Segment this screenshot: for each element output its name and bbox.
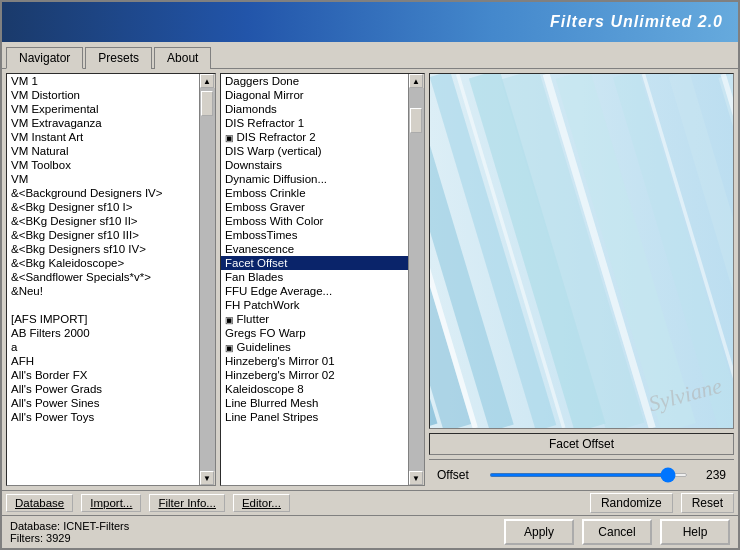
list-item[interactable]: Emboss Graver (221, 200, 408, 214)
middle-scroll-thumb[interactable] (410, 108, 422, 133)
list-item[interactable]: All's Power Toys (7, 410, 199, 424)
list-item[interactable]: Dynamic Diffusion... (221, 172, 408, 186)
list-item[interactable]: EmbossTimes (221, 228, 408, 242)
list-item[interactable]: &<Background Designers IV> (7, 186, 199, 200)
list-item[interactable]: &<Bkg Designer sf10 III> (7, 228, 199, 242)
status-bar: Database: ICNET-Filters Filters: 3929 Ap… (2, 515, 738, 548)
list-item[interactable]: a (7, 340, 199, 354)
list-item[interactable]: [AFS IMPORT] (7, 312, 199, 326)
list-item[interactable]: Evanescence (221, 242, 408, 256)
list-item[interactable]: FFU Edge Average... (221, 284, 408, 298)
list-item[interactable]: VM Toolbox (7, 158, 199, 172)
randomize-button[interactable]: Randomize (590, 493, 673, 513)
list-item[interactable]: Flutter (221, 312, 408, 326)
cancel-button[interactable]: Cancel (582, 519, 652, 545)
middle-scroll-up[interactable]: ▲ (409, 74, 423, 88)
list-item[interactable]: Hinzeberg's Mirror 02 (221, 368, 408, 382)
preview-svg (430, 74, 733, 428)
left-scroll-thumb[interactable] (201, 91, 213, 116)
list-item[interactable]: FH PatchWork (221, 298, 408, 312)
list-item-facet-offset[interactable]: Facet Offset (221, 256, 408, 270)
list-item[interactable]: All's Border FX (7, 368, 199, 382)
offset-slider[interactable] (489, 473, 688, 477)
tab-navigator[interactable]: Navigator (6, 47, 83, 69)
list-item[interactable]: &<Bkg Kaleidoscope> (7, 256, 199, 270)
title-bar: Filters Unlimited 2.0 (2, 2, 738, 42)
title-text: Filters Unlimited 2.0 (550, 13, 723, 31)
middle-scroll-track[interactable] (409, 88, 424, 471)
list-item[interactable]: VM Distortion (7, 88, 199, 102)
db-status: Database: ICNET-Filters (10, 520, 129, 532)
list-item[interactable]: VM Experimental (7, 102, 199, 116)
list-item[interactable]: Hinzeberg's Mirror 01 (221, 354, 408, 368)
reset-button[interactable]: Reset (681, 493, 734, 513)
list-item[interactable]: VM Instant Art (7, 130, 199, 144)
tab-presets[interactable]: Presets (85, 47, 152, 69)
list-item[interactable]: Guidelines (221, 340, 408, 354)
list-item[interactable]: Emboss With Color (221, 214, 408, 228)
list-item[interactable]: Fan Blades (221, 270, 408, 284)
middle-panel-list[interactable]: Daggers Done Diagonal Mirror Diamonds DI… (221, 74, 408, 485)
list-item[interactable]: AFH (7, 354, 199, 368)
database-button[interactable]: Database (6, 494, 73, 512)
list-item[interactable]: Diamonds (221, 102, 408, 116)
left-panel-list[interactable]: VM 1 VM Distortion VM Experimental VM Ex… (7, 74, 199, 485)
help-button[interactable]: Help (660, 519, 730, 545)
list-item[interactable]: &<Bkg Designer sf10 I> (7, 200, 199, 214)
status-info: Database: ICNET-Filters Filters: 3929 (10, 520, 129, 544)
offset-slider-container: 239 (489, 468, 726, 482)
action-buttons: Apply Cancel Help (504, 519, 730, 545)
main-content: VM 1 VM Distortion VM Experimental VM Ex… (2, 69, 738, 490)
list-item[interactable]: All's Power Grads (7, 382, 199, 396)
filter-name-box: Facet Offset (429, 433, 734, 455)
list-item[interactable]: Emboss Crinkle (221, 186, 408, 200)
tabs-bar: Navigator Presets About (2, 42, 738, 69)
filter-info-button[interactable]: Filter Info... (149, 494, 225, 512)
list-item[interactable]: VM Natural (7, 144, 199, 158)
left-scroll-track[interactable] (200, 88, 215, 471)
list-item[interactable]: All's Power Sines (7, 396, 199, 410)
list-item[interactable]: &<Sandflower Specials*v*> (7, 270, 199, 284)
list-item[interactable]: DIS Refractor 1 (221, 116, 408, 130)
list-item[interactable]: VM (7, 172, 199, 186)
list-item[interactable]: DIS Refractor 2 (221, 130, 408, 144)
offset-row: Offset 239 (429, 464, 734, 486)
bottom-toolbar: Database Import... Filter Info... Editor… (2, 490, 738, 515)
filters-status: Filters: 3929 (10, 532, 129, 544)
list-item[interactable]: &<BKg Designer sf10 II> (7, 214, 199, 228)
filter-name-text: Facet Offset (549, 437, 614, 451)
main-window: Filters Unlimited 2.0 Navigator Presets … (0, 0, 740, 550)
left-scroll-down[interactable]: ▼ (200, 471, 214, 485)
list-item[interactable]: &Neu! (7, 284, 199, 298)
list-item (7, 298, 199, 312)
tab-about[interactable]: About (154, 47, 211, 69)
list-item[interactable]: &<Bkg Designers sf10 IV> (7, 242, 199, 256)
offset-value: 239 (696, 468, 726, 482)
divider (429, 459, 734, 460)
list-item[interactable]: Line Panel Stripes (221, 410, 408, 424)
right-panel: Sylviane Facet Offset Offset 239 (429, 73, 734, 486)
list-item[interactable]: Daggers Done (221, 74, 408, 88)
list-item[interactable]: DIS Warp (vertical) (221, 144, 408, 158)
list-item[interactable]: VM 1 (7, 74, 199, 88)
list-item[interactable]: Line Blurred Mesh (221, 396, 408, 410)
import-button[interactable]: Import... (81, 494, 141, 512)
middle-scroll-down[interactable]: ▼ (409, 471, 423, 485)
list-item[interactable]: Downstairs (221, 158, 408, 172)
list-item[interactable]: AB Filters 2000 (7, 326, 199, 340)
list-item[interactable]: Gregs FO Warp (221, 326, 408, 340)
list-item[interactable]: Kaleidoscope 8 (221, 382, 408, 396)
offset-label: Offset (437, 468, 469, 482)
list-item[interactable]: VM Extravaganza (7, 116, 199, 130)
left-scroll-up[interactable]: ▲ (200, 74, 214, 88)
preview-area: Sylviane (429, 73, 734, 429)
apply-button[interactable]: Apply (504, 519, 574, 545)
list-item[interactable]: Diagonal Mirror (221, 88, 408, 102)
editor-button[interactable]: Editor... (233, 494, 290, 512)
